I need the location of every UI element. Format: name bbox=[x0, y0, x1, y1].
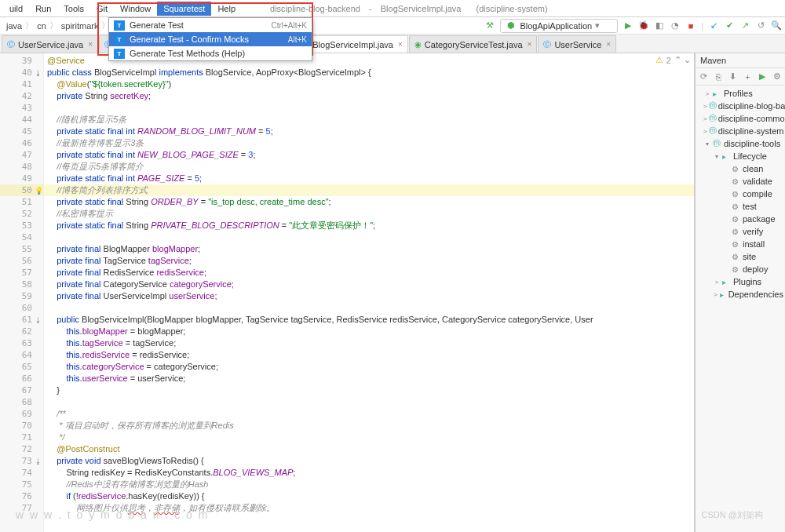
tree-arrow-icon[interactable]: > bbox=[703, 128, 707, 135]
maven-tree-node[interactable]: ⚙verify bbox=[697, 225, 783, 238]
code-line[interactable]: private final TagService tagService; bbox=[44, 255, 694, 267]
code-line[interactable]: if (!redisService.hasKey(redisKey)) { bbox=[44, 490, 694, 502]
gutter-line-number[interactable]: 39 bbox=[0, 55, 43, 67]
tree-arrow-icon[interactable]: ▾ bbox=[713, 153, 721, 160]
gutter-line-number[interactable]: 67 bbox=[0, 384, 43, 396]
code-line[interactable]: @Value("${token.secretKey}") bbox=[44, 78, 694, 90]
gutter-line-number[interactable]: 63 bbox=[0, 337, 43, 349]
code-line[interactable]: * 项目启动时，保存所有博客的浏览量到Redis bbox=[44, 420, 694, 432]
code-line[interactable]: //随机博客显示5条 bbox=[44, 114, 694, 126]
gutter-line-number[interactable]: 55 bbox=[0, 243, 43, 255]
gutter-line-number[interactable]: 44 bbox=[0, 114, 43, 126]
download-icon[interactable]: ⬇ bbox=[728, 71, 738, 82]
gutter-line-number[interactable]: 48 bbox=[0, 161, 43, 173]
gutter-line-number[interactable]: 57 bbox=[0, 267, 43, 279]
code-line[interactable]: String redisKey = RedisKeyConstants.BLOG… bbox=[44, 467, 694, 479]
editor-inspection-status[interactable]: ⚠ 2 ⌃ ⌄ bbox=[655, 55, 691, 65]
gutter-line-number[interactable]: 70 bbox=[0, 420, 43, 432]
tree-arrow-icon[interactable]: > bbox=[713, 279, 721, 286]
coverage-icon[interactable]: ◧ bbox=[654, 20, 665, 31]
execute-icon[interactable]: ⚙ bbox=[772, 71, 782, 82]
breadcrumb-segment[interactable]: spiritmark bbox=[58, 21, 102, 31]
code-line[interactable]: //私密博客提示 bbox=[44, 208, 694, 220]
git-commit-icon[interactable]: ✔ bbox=[724, 20, 735, 31]
implements-gutter-icon[interactable]: ⭳ bbox=[35, 316, 42, 324]
editor-tab[interactable]: ◉CategoryServiceTest.java× bbox=[409, 35, 538, 53]
code-line[interactable] bbox=[44, 102, 694, 114]
code-line[interactable]: private final RedisService redisService; bbox=[44, 267, 694, 279]
menu-run[interactable]: Run bbox=[29, 2, 57, 16]
maven-tree-node[interactable]: >▸Plugins bbox=[697, 275, 783, 288]
maven-tree-node[interactable]: ▾▸Lifecycle bbox=[697, 150, 783, 162]
gutter-line-number[interactable]: 50💡 bbox=[0, 184, 43, 196]
code-line[interactable] bbox=[44, 396, 694, 408]
gutter-line-number[interactable]: 71 bbox=[0, 432, 43, 443]
code-line[interactable]: private final UserServiceImpl userServic… bbox=[44, 290, 694, 302]
code-line[interactable]: this.blogMapper = blogMapper; bbox=[44, 326, 694, 337]
code-line[interactable]: private final BlogMapper blogMapper; bbox=[44, 243, 694, 255]
gutter-line-number[interactable]: 62 bbox=[0, 326, 43, 337]
maven-tree-node[interactable]: >ⓜdiscipline-system bbox=[697, 125, 783, 137]
tree-arrow-icon[interactable]: > bbox=[703, 103, 707, 110]
code-line[interactable]: private static final int RANDOM_BLOG_LIM… bbox=[44, 126, 694, 137]
tree-arrow-icon[interactable]: ▾ bbox=[703, 140, 711, 148]
implements-gutter-icon[interactable]: ⭳ bbox=[35, 457, 42, 465]
maven-tree-node[interactable]: ⚙compile bbox=[697, 188, 783, 200]
menu-build[interactable]: uild bbox=[3, 2, 29, 16]
editor-tab[interactable]: ⒸBlogServiceImpl.java× bbox=[296, 35, 408, 53]
close-icon[interactable]: × bbox=[606, 40, 611, 49]
gutter-line-number[interactable]: 75 bbox=[0, 479, 43, 490]
gutter-line-number[interactable]: 69 bbox=[0, 408, 43, 420]
maven-tree-node[interactable]: >▸Dependencies bbox=[697, 288, 783, 301]
code-line[interactable]: this.userService = userService; bbox=[44, 373, 694, 384]
code-line[interactable]: public class BlogServiceImpl implements … bbox=[44, 67, 694, 78]
code-line[interactable]: @PostConstruct bbox=[44, 443, 694, 455]
code-line[interactable] bbox=[44, 302, 694, 314]
code-line[interactable]: } bbox=[44, 384, 694, 396]
gutter-line-number[interactable]: 47 bbox=[0, 149, 43, 161]
search-icon[interactable]: 🔍 bbox=[771, 20, 782, 31]
run-icon[interactable]: ▶ bbox=[758, 71, 768, 82]
maven-tree-node[interactable]: >ⓜdiscipline-common bbox=[697, 112, 783, 125]
gutter-line-number[interactable]: 41 bbox=[0, 78, 43, 90]
maven-tree-node[interactable]: ⚙package bbox=[697, 213, 783, 225]
debug-icon[interactable]: 🐞 bbox=[638, 20, 649, 31]
code-line[interactable]: private void saveBlogViewsToRedis() { bbox=[44, 455, 694, 467]
gutter-line-number[interactable]: 46 bbox=[0, 137, 43, 149]
editor-tab[interactable]: ⒸUserService.java× bbox=[2, 35, 98, 53]
dd-generate-test[interactable]: T Generate Test Ctrl+Alt+K bbox=[109, 18, 312, 32]
gutter-line-number[interactable]: 74 bbox=[0, 467, 43, 479]
maven-tree-node[interactable]: ⚙install bbox=[697, 238, 783, 250]
gutter-line-number[interactable]: 68 bbox=[0, 396, 43, 408]
git-history-icon[interactable]: ↺ bbox=[755, 20, 766, 31]
code-line[interactable] bbox=[44, 231, 694, 243]
tree-arrow-icon[interactable]: > bbox=[713, 291, 718, 298]
close-icon[interactable]: × bbox=[528, 40, 532, 49]
code-line[interactable]: private static final String ORDER_BY = "… bbox=[44, 196, 694, 208]
gutter-line-number[interactable]: 54 bbox=[0, 231, 43, 243]
code-line[interactable]: private final CategoryService categorySe… bbox=[44, 279, 694, 290]
gutter-line-number[interactable]: 60 bbox=[0, 302, 43, 314]
breadcrumb-segment[interactable]: java bbox=[3, 21, 25, 31]
maven-tree-node[interactable]: >▸Profiles bbox=[697, 87, 783, 100]
maven-tree-node[interactable]: ▾ⓜdiscipline-tools bbox=[697, 137, 783, 150]
code-line[interactable]: public BlogServiceImpl(BlogMapper blogMa… bbox=[44, 314, 694, 326]
maven-tree-node[interactable]: ⚙clean bbox=[697, 162, 783, 175]
profile-icon[interactable]: ◔ bbox=[670, 20, 681, 31]
menu-squaretest[interactable]: Squaretest bbox=[157, 2, 211, 16]
code-line[interactable]: private static final int PAGE_SIZE = 5; bbox=[44, 173, 694, 184]
code-line[interactable]: private static final int NEW_BLOG_PAGE_S… bbox=[44, 149, 694, 161]
gutter-line-number[interactable]: 53 bbox=[0, 220, 43, 231]
code-editor[interactable]: @Servicepublic class BlogServiceImpl imp… bbox=[44, 53, 694, 532]
gutter-line-number[interactable]: 52 bbox=[0, 208, 43, 220]
dd-generate-test-confirm-mocks[interactable]: T Generate Test - Confirm Mocks Alt+K bbox=[109, 32, 312, 46]
code-line[interactable]: private String secretKey; bbox=[44, 90, 694, 102]
git-push-icon[interactable]: ↗ bbox=[739, 20, 750, 31]
add-icon[interactable]: + bbox=[743, 71, 753, 82]
menu-git[interactable]: Git bbox=[90, 2, 114, 16]
gutter-line-number[interactable]: 72 bbox=[0, 443, 43, 455]
gutter-line-number[interactable]: 43 bbox=[0, 102, 43, 114]
editor-tab[interactable]: ⒸUserService× bbox=[538, 35, 616, 53]
implements-gutter-icon[interactable]: ⭳ bbox=[35, 69, 42, 77]
maven-tree-node[interactable]: >ⓜdiscipline-blog-bac bbox=[697, 100, 783, 112]
